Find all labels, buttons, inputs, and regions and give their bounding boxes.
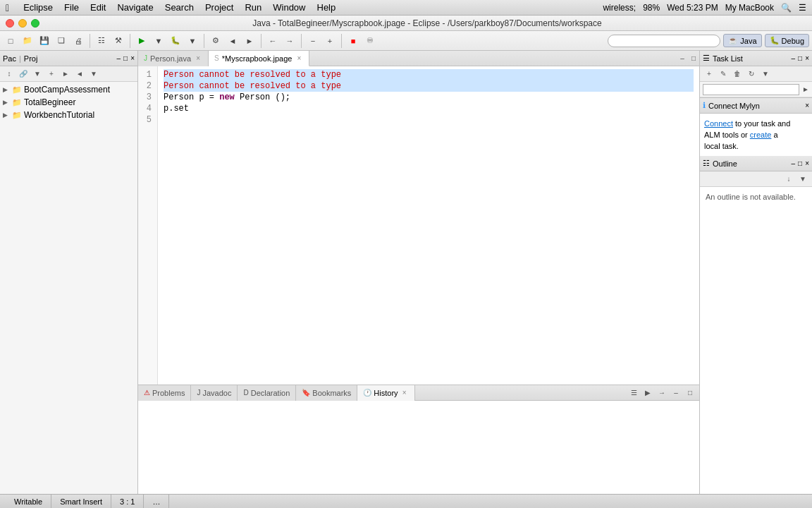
tree-item-workbench[interactable]: ▶ 📁 WorkbenchTutorial <box>0 109 137 121</box>
sync-button[interactable]: ♾ <box>362 33 378 49</box>
editor-max-button[interactable]: □ <box>688 53 699 64</box>
menu-project[interactable]: Project <box>205 2 233 13</box>
menu-file[interactable]: File <box>64 2 79 13</box>
code-line-5 <box>164 114 694 126</box>
close-panel-icon[interactable]: × <box>130 54 135 62</box>
tree-item-bootcamp[interactable]: ▶ 📁 BootCampAssessment <box>0 83 137 96</box>
outline-dropdown-btn[interactable]: ▼ <box>796 173 809 186</box>
menu-eclipse[interactable]: Eclipse <box>23 2 53 13</box>
properties-button[interactable]: ☷ <box>94 33 109 49</box>
bottom-minimize-button[interactable]: – <box>670 387 682 399</box>
close-button[interactable] <box>6 19 14 28</box>
save-button[interactable]: 💾 <box>37 33 52 49</box>
new-button[interactable]: □ <box>3 33 18 49</box>
refresh-tasks-button[interactable]: ↻ <box>745 68 758 80</box>
toolbar-search-input[interactable] <box>608 35 720 47</box>
forward-button[interactable]: ► <box>59 68 72 80</box>
create-link[interactable]: create <box>750 131 772 139</box>
tab-history[interactable]: 🕐 History × <box>357 385 414 401</box>
outline-close-icon[interactable]: × <box>805 159 809 167</box>
menu-window[interactable]: Window <box>273 2 305 13</box>
bottom-maximize-button[interactable]: □ <box>684 387 696 399</box>
dropdown-menu-button[interactable]: ▼ <box>87 68 100 80</box>
tab-declaration[interactable]: D Declaration <box>238 385 296 401</box>
outline-header: ☷ Outline – □ × <box>700 156 812 171</box>
link-editor-button[interactable]: 🔗 <box>17 68 30 80</box>
apple-menu[interactable]:  <box>6 2 9 13</box>
task-filter-input[interactable] <box>703 84 799 95</box>
new-item-button[interactable]: + <box>45 68 58 80</box>
task-list-close-icon[interactable]: × <box>805 54 809 62</box>
bottom-icon-2[interactable]: ▶ <box>641 387 654 399</box>
tab-history-close[interactable]: × <box>400 389 409 397</box>
menu-navigate[interactable]: Navigate <box>117 2 153 13</box>
code-area[interactable]: Person cannot be resolved to a type Pers… <box>158 66 699 385</box>
bottom-tabs: ⚠ Problems J Javadoc D Declaration 🔖 Boo… <box>138 385 699 401</box>
tab-myscrapbook-jpage[interactable]: S *Myscrapbook.jpage × <box>209 51 309 66</box>
debug-dropdown[interactable]: ▼ <box>185 33 200 49</box>
save-all-button[interactable]: ❏ <box>54 33 69 49</box>
package-explorer-header: Pac | Proj – □ × <box>0 51 137 66</box>
java-perspective-button[interactable]: ☕ Java <box>723 34 761 47</box>
build-next-button[interactable]: ► <box>242 33 257 49</box>
tab-problems[interactable]: ⚠ Problems <box>138 385 191 401</box>
build-button[interactable]: ⚙ <box>208 33 223 49</box>
java-perspective-label: Java <box>740 37 756 45</box>
print-button[interactable]: 🖨 <box>70 33 86 49</box>
back-button[interactable]: ◄ <box>73 68 86 80</box>
collapse-all-button[interactable]: ↕ <box>3 68 16 80</box>
minimize-button[interactable] <box>18 19 27 28</box>
task-dropdown-button[interactable]: ▼ <box>759 68 772 80</box>
separator-6 <box>341 34 342 48</box>
menu-edit[interactable]: Edit <box>90 2 106 13</box>
task-filter-arrow[interactable]: ► <box>802 85 809 93</box>
outline-min-icon[interactable]: – <box>792 159 796 167</box>
next-edit-button[interactable]: → <box>282 33 297 49</box>
connect-mylyn-text3: a <box>771 131 777 139</box>
zoom-in-button[interactable]: + <box>322 33 338 49</box>
tab-person-java-close[interactable]: × <box>194 54 202 63</box>
run-button[interactable]: ▶ <box>134 33 149 49</box>
outline-collapse-btn[interactable]: ↓ <box>782 173 795 186</box>
view-menu-button[interactable]: ▼ <box>31 68 44 80</box>
open-button[interactable]: 📁 <box>20 33 35 49</box>
code-error-1: Person cannot be resolved to a type <box>164 69 341 80</box>
outline-max-icon[interactable]: □ <box>798 159 802 167</box>
edit-task-button[interactable]: ✎ <box>717 68 730 80</box>
menu-help[interactable]: Help <box>317 2 336 13</box>
editor-min-button[interactable]: – <box>677 53 688 64</box>
menu-search[interactable]: Search <box>165 2 194 13</box>
extra-icon: … <box>152 497 160 506</box>
editor-content[interactable]: 1 2 3 4 5 Person cannot be resolved to a… <box>138 66 699 385</box>
new-task-button[interactable]: + <box>703 68 715 80</box>
stop-button[interactable]: ■ <box>345 33 361 49</box>
maximize-button[interactable] <box>31 19 39 28</box>
prev-edit-button[interactable]: ← <box>265 33 281 49</box>
menu-list-icon[interactable]: ☰ <box>799 3 806 13</box>
debug-button[interactable]: 🐛 <box>168 33 183 49</box>
build-prev-button[interactable]: ◄ <box>225 33 240 49</box>
bottom-icon-3[interactable]: → <box>656 387 668 399</box>
tree-item-totalbegineer[interactable]: ▶ 📁 TotalBegineer <box>0 96 137 109</box>
menu-run[interactable]: Run <box>245 2 262 13</box>
minimize-panel-icon[interactable]: – <box>117 54 121 62</box>
debug-perspective-button[interactable]: 🐛 Debug <box>765 34 809 47</box>
connect-mylyn-close-icon[interactable]: × <box>805 102 809 109</box>
connect-link[interactable]: Connect <box>704 119 733 128</box>
outline-toolbar: ↓ ▼ <box>700 171 812 187</box>
zoom-out-button[interactable]: − <box>305 33 321 49</box>
task-list-max-icon[interactable]: □ <box>798 54 802 62</box>
tab-myscrapbook-close[interactable]: × <box>295 54 303 63</box>
package-explorer-pac-label[interactable]: Pac <box>3 54 16 63</box>
tab-person-java[interactable]: J Person.java × <box>138 51 209 66</box>
tab-bookmarks[interactable]: 🔖 Bookmarks <box>296 385 357 401</box>
package-explorer-proj-label[interactable]: Proj <box>24 54 38 63</box>
run-dropdown[interactable]: ▼ <box>151 33 166 49</box>
maximize-panel-icon[interactable]: □ <box>123 54 128 62</box>
tab-javadoc[interactable]: J Javadoc <box>191 385 238 401</box>
delete-task-button[interactable]: 🗑 <box>731 68 744 80</box>
task-list-min-icon[interactable]: – <box>792 54 796 62</box>
search-icon[interactable]: 🔍 <box>781 3 792 13</box>
refactor-button[interactable]: ⚒ <box>111 33 126 49</box>
bottom-icon-1[interactable]: ☰ <box>627 387 640 399</box>
